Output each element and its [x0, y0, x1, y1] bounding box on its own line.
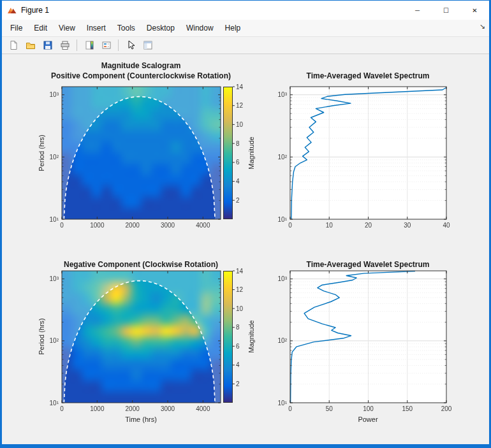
- svg-text:10¹: 10¹: [50, 400, 59, 407]
- svg-text:50: 50: [326, 405, 333, 412]
- svg-text:10: 10: [326, 222, 333, 229]
- svg-text:10: 10: [236, 305, 244, 312]
- svg-text:10²: 10²: [50, 337, 59, 344]
- x-ticks-pos_spectrum: 010203040: [288, 87, 450, 229]
- svg-text:8: 8: [236, 140, 240, 147]
- svg-text:10¹: 10¹: [50, 216, 59, 223]
- insert-legend-button[interactable]: [98, 38, 114, 53]
- svg-text:1000: 1000: [90, 405, 105, 412]
- negative-scalogram-title: Negative Component (Clockwise Rotation): [64, 260, 218, 269]
- maximize-button[interactable]: ☐: [432, 1, 460, 20]
- menu-item-tools[interactable]: Tools: [112, 21, 141, 35]
- svg-text:2000: 2000: [126, 222, 140, 229]
- positive-spectrum-title: Time-Averaged Wavelet Spectrum: [307, 71, 430, 80]
- svg-text:200: 200: [441, 405, 452, 412]
- edit-plot-button[interactable]: [122, 38, 138, 53]
- figure-canvas: 0100020003000400010¹10²10³24681012140102…: [2, 54, 489, 444]
- svg-text:6: 6: [236, 343, 240, 350]
- svg-text:100: 100: [363, 405, 374, 412]
- svg-text:4: 4: [236, 361, 240, 368]
- figure-window: Figure 1 ─ ☐ ✕ File Edit View Insert Too…: [0, 0, 491, 448]
- print-figure-button[interactable]: [57, 38, 73, 53]
- svg-text:14: 14: [236, 268, 244, 275]
- figure-toolbar: [2, 37, 489, 54]
- svg-text:2000: 2000: [126, 405, 140, 412]
- titlebar[interactable]: Figure 1 ─ ☐ ✕: [2, 1, 489, 20]
- svg-text:40: 40: [443, 222, 450, 229]
- svg-text:10²: 10²: [278, 337, 288, 344]
- colorbar-negative: [223, 271, 233, 403]
- svg-text:3000: 3000: [161, 405, 175, 412]
- save-figure-button[interactable]: [40, 38, 55, 53]
- toolbar-separator: [77, 40, 77, 51]
- close-button[interactable]: ✕: [460, 1, 489, 20]
- matlab-figure-icon: [7, 5, 17, 15]
- menu-item-window[interactable]: Window: [180, 21, 219, 35]
- svg-text:10³: 10³: [50, 91, 59, 98]
- svg-text:2: 2: [236, 380, 240, 387]
- svg-text:10³: 10³: [278, 91, 288, 98]
- svg-text:2: 2: [236, 197, 240, 204]
- colorbar-negative-label: Magnitude: [247, 320, 255, 352]
- svg-text:10³: 10³: [278, 275, 288, 282]
- svg-text:12: 12: [236, 102, 244, 109]
- menu-item-help[interactable]: Help: [219, 21, 247, 35]
- svg-text:30: 30: [404, 222, 411, 229]
- colorbar-positive-label: Magnitude: [247, 136, 255, 169]
- svg-text:10: 10: [236, 121, 244, 128]
- toolbar-separator: [118, 40, 119, 51]
- svg-text:10²: 10²: [50, 154, 59, 161]
- svg-text:10³: 10³: [50, 275, 59, 282]
- window-title: Figure 1: [21, 6, 49, 15]
- minimize-button[interactable]: ─: [403, 1, 432, 20]
- svg-text:14: 14: [236, 83, 244, 90]
- negative-scalogram-heatmap: [62, 271, 221, 403]
- positive-scalogram-title: Magnitude Scalogram: [101, 61, 181, 70]
- svg-text:10²: 10²: [278, 154, 288, 161]
- svg-text:0: 0: [60, 222, 64, 229]
- colorbar-positive: [223, 87, 233, 219]
- svg-text:6: 6: [236, 159, 240, 166]
- svg-text:0: 0: [288, 222, 292, 229]
- x-ticks-neg_spectrum: 050100150200: [288, 271, 452, 412]
- menu-item-file[interactable]: File: [4, 21, 28, 35]
- menu-item-insert[interactable]: Insert: [81, 21, 112, 35]
- svg-text:1000: 1000: [90, 222, 105, 229]
- svg-text:0: 0: [288, 405, 292, 412]
- negative-scalogram-xlabel: Time (hrs): [125, 415, 157, 423]
- svg-text:4: 4: [236, 178, 240, 185]
- negative-scalogram-ylabel: Period (hrs): [38, 318, 45, 354]
- insert-colorbar-button[interactable]: [81, 38, 97, 53]
- svg-text:4000: 4000: [196, 222, 210, 229]
- menu-item-edit[interactable]: Edit: [28, 21, 53, 35]
- menu-item-desktop[interactable]: Desktop: [141, 21, 180, 35]
- y-ticks-pos_spectrum: 10¹10²10³: [278, 91, 446, 222]
- open-file-button[interactable]: [22, 38, 38, 53]
- svg-text:12: 12: [236, 286, 244, 293]
- svg-text:20: 20: [365, 222, 372, 229]
- svg-text:4000: 4000: [196, 405, 210, 412]
- svg-text:0: 0: [60, 405, 64, 412]
- positive-scalogram-ylabel: Period (hrs): [38, 134, 45, 171]
- positive-scalogram-heatmap: [62, 87, 221, 219]
- new-file-button[interactable]: [5, 38, 21, 53]
- y-ticks-neg_spectrum: 10¹10²10³: [278, 275, 446, 406]
- svg-text:3000: 3000: [161, 222, 175, 229]
- svg-text:10¹: 10¹: [278, 216, 288, 223]
- negative-spectrum-xlabel: Power: [358, 415, 377, 423]
- negative-spectrum-title: Time-Averaged Wavelet Spectrum: [307, 260, 430, 269]
- svg-text:10¹: 10¹: [278, 400, 288, 407]
- svg-text:150: 150: [402, 405, 413, 412]
- positive-scalogram-subtitle: Positive Component (Counterclockwise Rot…: [51, 71, 231, 80]
- dock-figure-arrow-icon[interactable]: ↘: [480, 22, 485, 31]
- plot-browser-button[interactable]: [140, 38, 156, 53]
- menubar: File Edit View Insert Tools Desktop Wind…: [2, 20, 489, 37]
- svg-text:8: 8: [236, 324, 240, 331]
- window-controls: ─ ☐ ✕: [403, 1, 489, 20]
- menu-item-view[interactable]: View: [53, 21, 81, 35]
